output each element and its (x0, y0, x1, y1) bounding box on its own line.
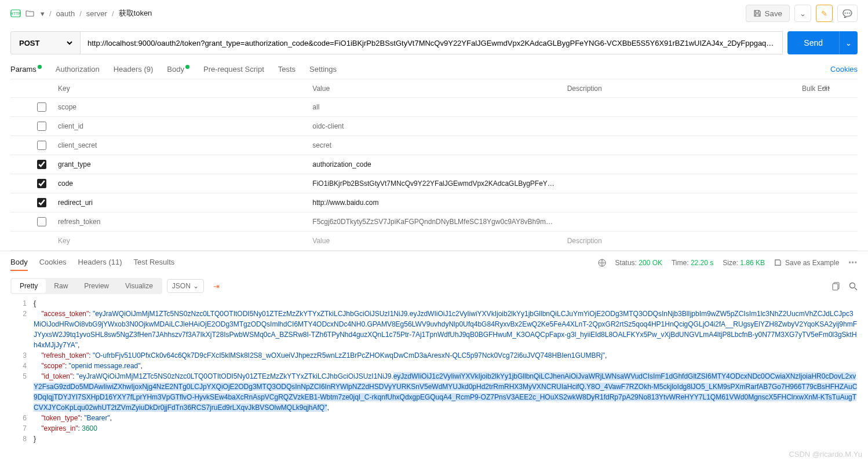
param-value[interactable]: FiO1iBKjrPb2BSstGtyVt7MNcQv9Y22YFalJGEwm… (307, 175, 561, 192)
row-checkbox[interactable] (37, 198, 46, 207)
save-label: Save (765, 9, 782, 18)
param-desc[interactable] (561, 199, 816, 207)
col-desc: Description (561, 80, 816, 97)
chevron-down-icon: ⌄ (845, 39, 852, 47)
param-value[interactable]: authorization_code (307, 156, 561, 173)
tab-settings[interactable]: Settings (309, 61, 337, 77)
save-icon (774, 259, 782, 266)
tab-params[interactable]: Params (10, 61, 42, 77)
format-select[interactable]: JSON ⌄ (167, 279, 204, 293)
time-value: 22.20 s (691, 259, 713, 267)
row-checkbox[interactable] (37, 102, 46, 112)
svg-text:HTTP: HTTP (10, 12, 21, 16)
pencil-icon: ✎ (821, 9, 827, 18)
breadcrumb-seg-1[interactable]: oauth (56, 9, 75, 18)
resp-tab-cookies[interactable]: Cookies (39, 254, 67, 271)
url-input[interactable] (80, 31, 783, 54)
row-checkbox[interactable] (37, 217, 46, 226)
param-key[interactable]: grant_type (52, 156, 307, 173)
svg-rect-4 (833, 284, 838, 290)
view-pretty[interactable]: Pretty (12, 279, 46, 293)
resp-tab-tests[interactable]: Test Results (134, 254, 175, 271)
param-value[interactable]: all (307, 99, 561, 115)
resp-more-icon[interactable]: ••• (848, 259, 858, 267)
param-key[interactable]: code (52, 175, 307, 192)
param-desc[interactable] (561, 122, 816, 130)
row-checkbox[interactable] (37, 179, 46, 188)
param-key[interactable]: redirect_uri (52, 195, 307, 211)
save-button[interactable]: Save (746, 5, 790, 22)
breadcrumb-seg-2[interactable]: server (86, 9, 107, 18)
resp-tab-headers[interactable]: Headers (11) (78, 254, 122, 271)
param-key[interactable]: refresh_token (52, 214, 307, 230)
svg-point-5 (850, 283, 855, 288)
save-as-example-button[interactable]: Save as Example (774, 259, 839, 267)
param-key[interactable]: scope (52, 99, 307, 115)
param-value[interactable]: oidc-client (307, 118, 561, 134)
param-value[interactable]: F5cgj6z0DTkyty5ZzSV7JpiKaFGPQndnDNyBLMfe… (307, 214, 561, 230)
row-checkbox[interactable] (37, 122, 46, 131)
bulk-edit-button[interactable]: Bulk Edit (802, 85, 858, 93)
col-key: Key (52, 80, 307, 97)
param-desc[interactable] (561, 218, 816, 226)
breadcrumb-seg-3[interactable]: 获取token (119, 8, 152, 19)
tab-body[interactable]: Body (167, 61, 189, 77)
http-icon: HTTP (10, 9, 21, 17)
status-value: 200 OK (639, 259, 662, 267)
chevron-down-icon: ⌄ (193, 282, 199, 290)
row-checkbox[interactable] (37, 160, 46, 169)
resp-tab-body[interactable]: Body (10, 254, 28, 271)
comment-button[interactable]: 💬 (837, 5, 858, 22)
search-icon[interactable] (849, 282, 858, 291)
tab-headers[interactable]: Headers (9) (114, 61, 154, 77)
tab-authorization[interactable]: Authorization (56, 61, 100, 77)
method-dropdown[interactable]: POST (17, 38, 74, 48)
new-desc-input[interactable]: Description (561, 233, 816, 249)
send-button[interactable]: Send (787, 31, 839, 54)
globe-icon[interactable] (598, 259, 606, 267)
chevron-down-icon: ⌄ (800, 9, 806, 18)
svg-line-6 (855, 288, 857, 290)
size-value: 1.86 KB (740, 259, 765, 267)
param-key[interactable]: client_secret (52, 137, 307, 153)
view-visualize[interactable]: Visualize (117, 279, 161, 293)
copy-icon[interactable] (832, 282, 841, 291)
breadcrumb: HTTP ▾ / oauth / server / 获取token (10, 8, 746, 19)
param-key[interactable]: client_id (52, 118, 307, 134)
body-indicator-icon (185, 65, 189, 69)
param-desc[interactable] (561, 179, 816, 188)
send-caret[interactable]: ⌄ (839, 31, 858, 54)
param-value[interactable]: secret (307, 137, 561, 153)
wrap-icon[interactable]: ⇥ (209, 280, 224, 293)
col-value: Value (307, 80, 561, 97)
edit-button[interactable]: ✎ (816, 5, 833, 22)
row-checkbox[interactable] (37, 141, 46, 150)
method-select[interactable]: POST (10, 31, 80, 54)
tab-prerequest[interactable]: Pre-request Script (203, 61, 264, 77)
param-value[interactable]: http://www.baidu.com (307, 195, 561, 211)
response-body[interactable]: 1{ 2 "access_token": "eyJraWQiOiJmMjM1ZT… (0, 298, 868, 462)
view-preview[interactable]: Preview (76, 279, 117, 293)
save-icon (753, 9, 761, 17)
param-desc[interactable] (561, 160, 816, 168)
param-desc[interactable] (561, 141, 816, 149)
chevron-down-icon[interactable]: ▾ (41, 9, 45, 18)
param-desc[interactable] (561, 103, 816, 111)
new-value-input[interactable]: Value (307, 233, 561, 249)
view-raw[interactable]: Raw (46, 279, 76, 293)
tab-tests[interactable]: Tests (278, 61, 296, 77)
folder-icon[interactable] (25, 9, 36, 17)
params-indicator-icon (38, 65, 42, 69)
cookies-link[interactable]: Cookies (830, 65, 858, 74)
save-caret-button[interactable]: ⌄ (794, 5, 811, 22)
new-key-input[interactable]: Key (52, 233, 307, 249)
comment-icon: 💬 (843, 9, 852, 18)
